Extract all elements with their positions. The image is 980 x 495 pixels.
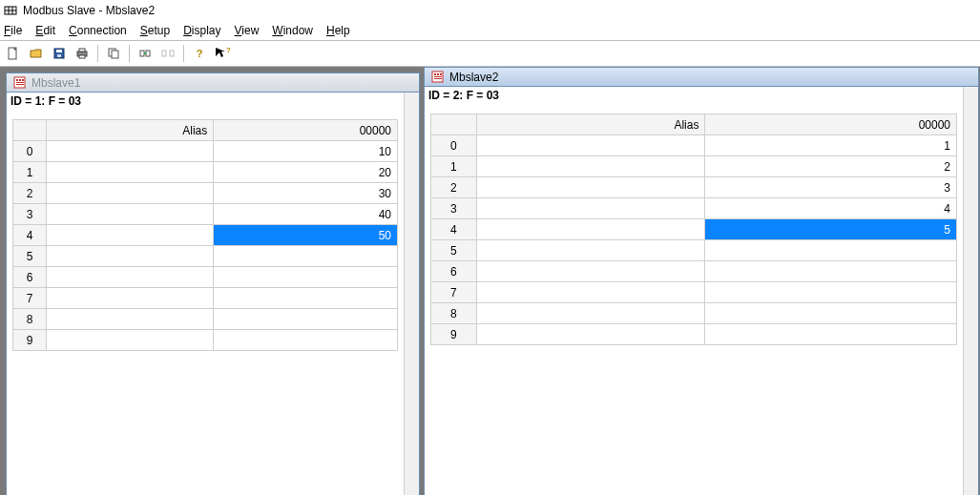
- row-header[interactable]: 7: [13, 288, 47, 309]
- row-header[interactable]: 0: [431, 135, 477, 156]
- row-header[interactable]: 1: [13, 162, 47, 183]
- cell-value[interactable]: [214, 330, 398, 351]
- child-window[interactable]: Mbslave1ID = 1: F = 03Alias0000001012023…: [6, 72, 420, 495]
- menu-view[interactable]: View: [235, 24, 260, 37]
- menu-window[interactable]: Window: [272, 24, 313, 37]
- table-row[interactable]: 34: [431, 198, 957, 219]
- row-header[interactable]: 9: [431, 324, 477, 345]
- menu-file[interactable]: File: [4, 24, 22, 37]
- row-header[interactable]: 0: [13, 141, 47, 162]
- table-row[interactable]: 9: [431, 324, 957, 345]
- table-row[interactable]: 230: [13, 183, 398, 204]
- table-row[interactable]: 340: [13, 204, 398, 225]
- cell-alias[interactable]: [47, 162, 214, 183]
- cell-value[interactable]: 50: [214, 225, 398, 246]
- row-header[interactable]: 6: [431, 261, 477, 282]
- cell-alias[interactable]: [476, 303, 705, 324]
- table-row[interactable]: 7: [431, 282, 957, 303]
- table-row[interactable]: 6: [431, 261, 957, 282]
- cell-value[interactable]: [214, 309, 398, 330]
- table-row[interactable]: 45: [431, 219, 957, 240]
- cell-value[interactable]: [705, 240, 957, 261]
- copy-icon[interactable]: [104, 44, 123, 63]
- cell-value[interactable]: 20: [214, 162, 398, 183]
- cell-value[interactable]: 2: [705, 156, 957, 177]
- cell-alias[interactable]: [47, 204, 214, 225]
- cell-value[interactable]: 10: [214, 141, 398, 162]
- vertical-scrollbar[interactable]: [404, 93, 419, 495]
- table-row[interactable]: 6: [13, 267, 398, 288]
- table-row[interactable]: 120: [13, 162, 398, 183]
- table-row[interactable]: 5: [431, 240, 957, 261]
- row-header[interactable]: 9: [13, 330, 47, 351]
- vertical-scrollbar[interactable]: [963, 87, 978, 495]
- row-header[interactable]: 2: [13, 183, 47, 204]
- cell-alias[interactable]: [476, 198, 705, 219]
- cell-alias[interactable]: [476, 156, 705, 177]
- cell-alias[interactable]: [476, 219, 705, 240]
- row-header[interactable]: 8: [431, 303, 477, 324]
- col-header-value[interactable]: 00000: [705, 114, 957, 135]
- cell-alias[interactable]: [476, 135, 705, 156]
- menu-edit[interactable]: Edit: [35, 24, 55, 37]
- table-row[interactable]: 7: [13, 288, 398, 309]
- row-header[interactable]: 3: [431, 198, 477, 219]
- col-header-value[interactable]: 00000: [214, 120, 398, 141]
- cell-alias[interactable]: [476, 240, 705, 261]
- child-window-titlebar[interactable]: Mbslave2: [425, 68, 978, 87]
- cell-alias[interactable]: [476, 261, 705, 282]
- row-header[interactable]: 5: [431, 240, 477, 261]
- cell-value[interactable]: [705, 261, 957, 282]
- table-row[interactable]: 5: [13, 246, 398, 267]
- row-header[interactable]: 2: [431, 177, 477, 198]
- cell-value[interactable]: 3: [705, 177, 957, 198]
- table-row[interactable]: 01: [431, 135, 957, 156]
- row-header[interactable]: 4: [431, 219, 477, 240]
- print-icon[interactable]: [73, 44, 92, 63]
- row-header[interactable]: 7: [431, 282, 477, 303]
- cell-alias[interactable]: [47, 267, 214, 288]
- table-row[interactable]: 8: [431, 303, 957, 324]
- whatsthis-icon[interactable]: ?: [213, 44, 232, 63]
- cell-value[interactable]: 4: [705, 198, 957, 219]
- save-icon[interactable]: [50, 44, 69, 63]
- cell-alias[interactable]: [47, 183, 214, 204]
- cell-value[interactable]: 1: [705, 135, 957, 156]
- child-window[interactable]: Mbslave2ID = 2: F = 03Alias0000001122334…: [424, 67, 979, 495]
- cell-alias[interactable]: [47, 141, 214, 162]
- register-table[interactable]: Alias0000001012023034045056789: [12, 119, 398, 351]
- table-row[interactable]: 8: [13, 309, 398, 330]
- table-row[interactable]: 23: [431, 177, 957, 198]
- register-table[interactable]: Alias00000011223344556789: [430, 113, 957, 345]
- row-header[interactable]: 4: [13, 225, 47, 246]
- child-window-titlebar[interactable]: Mbslave1: [7, 73, 419, 93]
- cell-alias[interactable]: [47, 309, 214, 330]
- cell-value[interactable]: [705, 324, 957, 345]
- table-row[interactable]: 12: [431, 156, 957, 177]
- help-icon[interactable]: ?: [190, 44, 209, 63]
- table-row[interactable]: 010: [13, 141, 398, 162]
- menu-setup[interactable]: Setup: [140, 24, 170, 37]
- connect-icon[interactable]: [136, 44, 155, 63]
- open-icon[interactable]: [27, 44, 46, 63]
- cell-value[interactable]: [214, 246, 398, 267]
- row-header[interactable]: 5: [13, 246, 47, 267]
- row-header[interactable]: 8: [13, 309, 47, 330]
- cell-value[interactable]: [705, 282, 957, 303]
- menu-connection[interactable]: Connection: [69, 24, 127, 37]
- cell-alias[interactable]: [476, 177, 705, 198]
- cell-value[interactable]: 30: [214, 183, 398, 204]
- cell-value[interactable]: [214, 288, 398, 309]
- cell-alias[interactable]: [47, 246, 214, 267]
- cell-value[interactable]: 40: [214, 204, 398, 225]
- row-header[interactable]: 1: [431, 156, 477, 177]
- cell-value[interactable]: [214, 267, 398, 288]
- table-row[interactable]: 9: [13, 330, 398, 351]
- new-icon[interactable]: [4, 44, 23, 63]
- cell-alias[interactable]: [47, 288, 214, 309]
- row-header[interactable]: 3: [13, 204, 47, 225]
- cell-alias[interactable]: [476, 324, 705, 345]
- menu-help[interactable]: Help: [326, 24, 350, 37]
- cell-alias[interactable]: [47, 225, 214, 246]
- disconnect-icon[interactable]: [158, 44, 177, 63]
